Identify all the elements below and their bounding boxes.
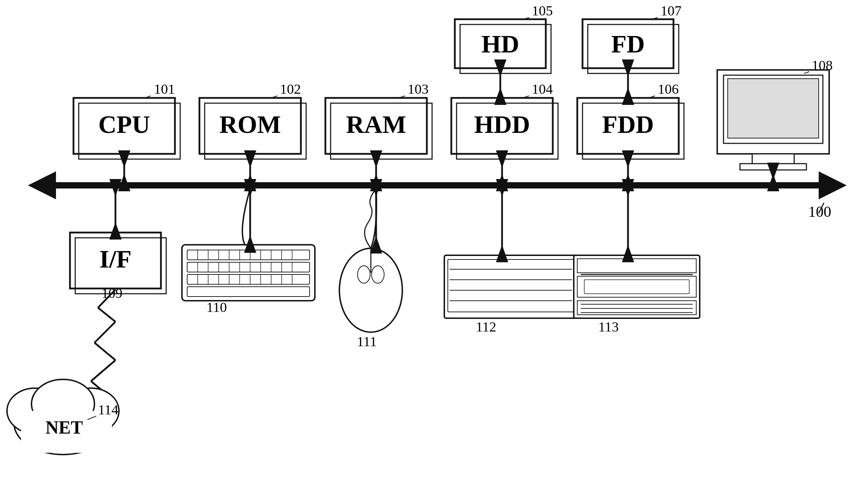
fd-label: FD — [611, 30, 645, 58]
fdd-label: FDD — [602, 110, 654, 138]
svg-rect-37 — [752, 154, 794, 164]
ref-101: 101 — [154, 81, 175, 97]
cpu-label: CPU — [98, 110, 150, 138]
svg-rect-86 — [448, 259, 574, 312]
ref-110: 110 — [206, 299, 227, 315]
svg-marker-3 — [28, 171, 56, 199]
ref-104: 104 — [532, 81, 553, 97]
ref-112: 112 — [476, 319, 496, 335]
ref-106: 106 — [658, 81, 679, 97]
ref-111: 111 — [357, 334, 377, 349]
hdd-label: HDD — [474, 110, 530, 138]
svg-point-82 — [358, 266, 370, 283]
ref-114: 114 — [98, 402, 119, 418]
svg-rect-95 — [584, 280, 689, 294]
hd-label: HD — [481, 30, 519, 58]
ref-107: 107 — [661, 3, 682, 19]
svg-rect-93 — [577, 259, 696, 273]
svg-rect-36 — [728, 79, 819, 138]
diagram-container: 100 CPU 101 ROM 102 RAM 103 HDD 104 FDD … — [0, 0, 868, 492]
ref-113: 113 — [598, 319, 619, 335]
svg-line-105 — [94, 343, 115, 360]
svg-marker-4 — [819, 171, 847, 199]
ref-102: 102 — [280, 81, 301, 97]
if-label: I/F — [99, 245, 132, 273]
ref-105: 105 — [532, 3, 553, 19]
svg-line-104 — [94, 322, 115, 343]
net-label: NET — [45, 418, 83, 437]
svg-rect-44 — [182, 245, 315, 301]
svg-rect-38 — [740, 164, 806, 170]
ram-label: RAM — [346, 110, 406, 138]
svg-line-106 — [91, 360, 115, 381]
svg-point-83 — [372, 266, 384, 283]
ref-103: 103 — [408, 81, 429, 97]
rom-label: ROM — [219, 110, 281, 138]
ref-108: 108 — [812, 57, 833, 73]
svg-line-103 — [98, 308, 115, 322]
